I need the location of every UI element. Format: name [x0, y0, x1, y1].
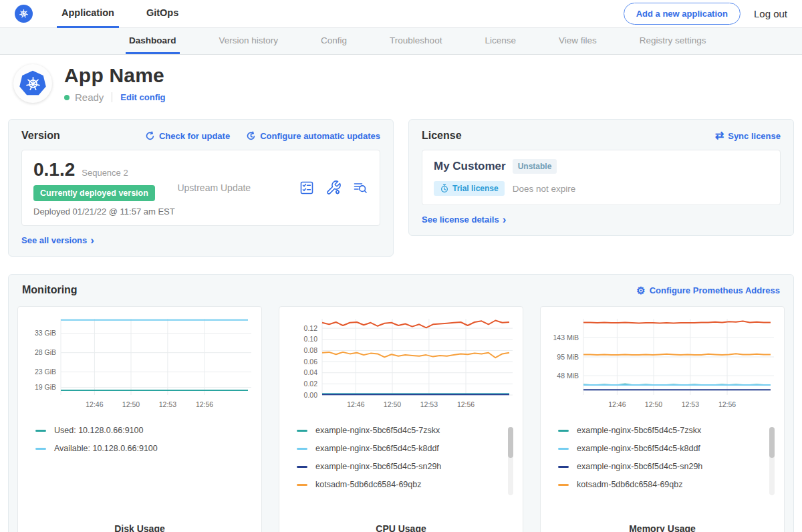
- check-for-update-link[interactable]: Check for update: [145, 131, 230, 141]
- trial-license-label: Trial license: [452, 184, 499, 193]
- page-title: App Name: [64, 64, 166, 87]
- kubernetes-heptagon-icon: [19, 70, 47, 97]
- svg-text:23 GiB: 23 GiB: [35, 368, 56, 376]
- version-action-icons: [299, 180, 368, 196]
- chevron-right-icon: ›: [503, 214, 507, 225]
- preflight-logs-button[interactable]: [352, 180, 368, 196]
- current-version-box: 0.1.2 Sequence 2 Currently deployed vers…: [21, 150, 380, 226]
- cpu-usage-legend: example-nginx-5bc6f5d4c5-7zskxexample-ng…: [287, 426, 515, 519]
- see-all-versions-label: See all versions: [21, 235, 87, 245]
- svg-text:95 MiB: 95 MiB: [557, 353, 579, 361]
- trial-license-badge: Trial license: [434, 181, 505, 196]
- svg-text:0.08: 0.08: [304, 346, 318, 354]
- topnav-tab-gitops[interactable]: GitOps: [142, 0, 183, 28]
- cards-row: Version Check for update Configure au: [0, 114, 802, 257]
- cpu-usage-chart-card: 0.000.020.040.060.080.100.1212:4612:5012…: [279, 306, 523, 532]
- svg-text:0.00: 0.00: [304, 391, 318, 399]
- legend-color-dash: [558, 484, 569, 486]
- legend-scrollbar-thumb[interactable]: [508, 427, 513, 458]
- legend-label: example-nginx-5bc6f5d4c5-7zskx: [315, 426, 440, 435]
- helm-wheel-icon: [18, 8, 29, 19]
- legend-item: kotsadm-5db6dc6584-69qbz: [297, 480, 515, 489]
- legend-label: Available: 10.128.0.66:9100: [54, 444, 158, 453]
- app-sub-nav: DashboardVersion historyConfigTroublesho…: [0, 28, 802, 55]
- legend-color-dash: [297, 484, 307, 486]
- svg-text:0.04: 0.04: [304, 368, 318, 376]
- svg-text:0.10: 0.10: [304, 335, 318, 343]
- legend-color-dash: [297, 430, 307, 432]
- legend-scrollbar[interactable]: [769, 427, 775, 495]
- svg-text:12:56: 12:56: [196, 400, 213, 408]
- svg-text:12:56: 12:56: [718, 400, 736, 408]
- version-number: 0.1.2: [33, 159, 75, 180]
- see-license-details-link[interactable]: See license details ›: [422, 214, 506, 225]
- disk-usage-chart: 19 GiB23 GiB28 GiB33 GiB12:4612:5012:531…: [26, 315, 253, 416]
- monitoring-panel: Monitoring ⚙ Configure Prometheus Addres…: [8, 274, 794, 532]
- status-text: Ready: [75, 92, 104, 103]
- clock-update-icon: [246, 131, 256, 141]
- sync-license-label: Sync license: [728, 131, 781, 141]
- legend-label: example-nginx-5bc6f5d4c5-sn29h: [315, 462, 441, 471]
- svg-text:48 MiB: 48 MiB: [557, 372, 579, 380]
- configure-automatic-updates-link[interactable]: Configure automatic updates: [246, 131, 380, 141]
- svg-text:12:56: 12:56: [457, 400, 475, 408]
- svg-text:12:53: 12:53: [159, 400, 176, 408]
- legend-scrollbar-thumb[interactable]: [769, 427, 775, 458]
- chart-title: Disk Usage: [26, 523, 253, 532]
- config-tools-button[interactable]: [325, 180, 342, 196]
- svg-text:28 GiB: 28 GiB: [35, 348, 56, 356]
- version-card-title: Version: [21, 130, 60, 142]
- subnav-tab-dashboard[interactable]: Dashboard: [126, 28, 180, 54]
- version-info: 0.1.2 Sequence 2 Currently deployed vers…: [33, 159, 177, 217]
- chevron-right-icon: ›: [90, 235, 94, 246]
- legend-label: example-nginx-5bc6f5d4c5-k8ddf: [315, 444, 439, 453]
- chart-title: Memory Usage: [549, 523, 776, 532]
- top-navbar: ApplicationGitOps Add a new application …: [0, 0, 802, 28]
- legend-label: example-nginx-5bc6f5d4c5-7zskx: [577, 426, 701, 435]
- release-notes-button[interactable]: [299, 180, 315, 196]
- svg-text:0.06: 0.06: [304, 358, 318, 366]
- gear-icon: ⚙: [636, 285, 645, 295]
- disk-usage-legend: Used: 10.128.0.66:9100Available: 10.128.…: [26, 426, 253, 519]
- legend-scrollbar[interactable]: [508, 427, 513, 495]
- see-all-versions-link[interactable]: See all versions ›: [21, 235, 94, 246]
- status-ready-dot: [64, 95, 70, 100]
- legend-item: example-nginx-5bc6f5d4c5-k8ddf: [297, 444, 515, 453]
- configure-automatic-updates-label: Configure automatic updates: [260, 131, 380, 141]
- top-nav-tabs: ApplicationGitOps: [57, 0, 183, 28]
- edit-config-link[interactable]: Edit config: [120, 92, 165, 102]
- memory-usage-chart-card: 48 MiB95 MiB143 MiB12:4612:5012:5312:56 …: [540, 306, 785, 532]
- topnav-tab-application[interactable]: Application: [57, 0, 119, 28]
- cpu-usage-chart: 0.000.020.040.060.080.100.1212:4612:5012…: [287, 315, 515, 416]
- legend-color-dash: [35, 448, 46, 450]
- subnav-tab-version-history[interactable]: Version history: [216, 28, 282, 54]
- version-sequence: Sequence 2: [82, 168, 128, 178]
- logout-button[interactable]: Log out: [754, 8, 787, 19]
- subnav-tab-config[interactable]: Config: [317, 28, 350, 54]
- svg-text:12:46: 12:46: [608, 400, 626, 408]
- subnav-tab-view-files[interactable]: View files: [555, 28, 600, 54]
- legend-color-dash: [558, 466, 569, 468]
- version-card-header: Version Check for update Configure au: [21, 130, 380, 142]
- configure-prometheus-link[interactable]: ⚙ Configure Prometheus Address: [636, 285, 780, 295]
- add-application-button[interactable]: Add a new application: [624, 3, 741, 25]
- legend-item: example-nginx-5bc6f5d4c5-7zskx: [558, 426, 776, 435]
- subnav-tab-license[interactable]: License: [481, 28, 519, 54]
- app-icon: [13, 64, 52, 103]
- legend-item: example-nginx-5bc6f5d4c5-7zskx: [297, 426, 515, 435]
- license-card: License ⇄ Sync license My Customer Unsta…: [408, 119, 794, 236]
- sync-license-link[interactable]: ⇄ Sync license: [715, 130, 781, 141]
- refresh-icon: [145, 131, 155, 141]
- legend-color-dash: [35, 430, 46, 432]
- subnav-tab-troubleshoot[interactable]: Troubleshoot: [386, 28, 445, 54]
- memory-usage-chart: 48 MiB95 MiB143 MiB12:4612:5012:5312:56: [549, 315, 776, 416]
- legend-color-dash: [297, 448, 307, 450]
- license-card-title: License: [422, 130, 462, 142]
- subnav-tab-registry-settings[interactable]: Registry settings: [636, 28, 710, 54]
- svg-text:12:46: 12:46: [86, 400, 103, 408]
- app-header-text: App Name Ready Edit config: [64, 64, 166, 103]
- version-card: Version Check for update Configure au: [8, 119, 394, 257]
- svg-text:12:50: 12:50: [645, 400, 662, 408]
- svg-text:143 MiB: 143 MiB: [553, 334, 579, 342]
- monitoring-header: Monitoring ⚙ Configure Prometheus Addres…: [17, 284, 785, 296]
